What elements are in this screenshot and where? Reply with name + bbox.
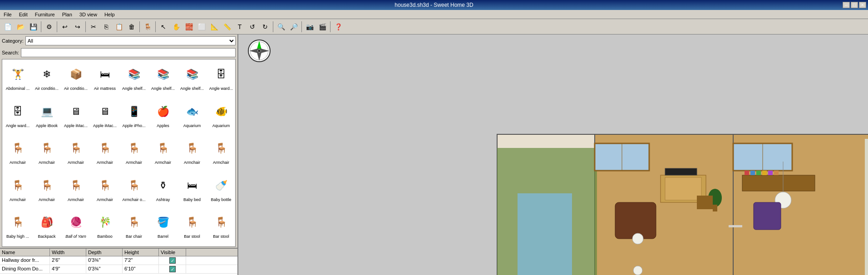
furniture-item-9[interactable]: 💻Apple iBook xyxy=(32,98,61,135)
menu-item-help[interactable]: Help xyxy=(103,11,117,18)
furniture-item-29[interactable]: ⚱Ashtray xyxy=(148,172,178,209)
create-video-button[interactable]: 🎬 xyxy=(316,21,328,33)
furniture-item-15[interactable]: 🐠Aquarium xyxy=(207,98,236,135)
menu-item-edit[interactable]: Edit xyxy=(17,11,30,18)
furniture-item-18[interactable]: 🪑Armchair xyxy=(61,134,90,172)
import-furniture-button[interactable]: 🪑 xyxy=(142,21,153,33)
furniture-item-17[interactable]: 🪑Armchair xyxy=(32,134,61,172)
minimize-button[interactable]: ─ xyxy=(843,2,850,8)
rotate-left-button[interactable]: ↺ xyxy=(247,21,258,33)
furniture-item-26[interactable]: 🪑Armchair xyxy=(61,172,90,209)
create-photo-button[interactable]: 📷 xyxy=(304,21,316,33)
right-panel-3d[interactable]: N xyxy=(238,34,868,275)
menu-item-plan[interactable]: Plan xyxy=(60,11,74,18)
furniture-item-13[interactable]: 🍎Apples xyxy=(148,98,178,135)
props-cell-1: 2'6" xyxy=(50,256,86,265)
furniture-item-4[interactable]: 📚Angle shelf... xyxy=(119,60,148,98)
create-dimensions-button[interactable]: 📏 xyxy=(221,21,233,33)
furniture-thumb-4: 📚 xyxy=(122,63,146,86)
paste-button[interactable]: 📋 xyxy=(113,21,125,33)
furniture-item-25[interactable]: 🪑Armchair xyxy=(32,172,61,209)
furniture-label-15: Aquarium xyxy=(212,123,230,128)
furniture-item-8[interactable]: 🗄Angle ward... xyxy=(3,98,32,135)
furniture-item-1[interactable]: ❄Air conditio... xyxy=(32,60,61,98)
zoom-in-button[interactable]: 🔍 xyxy=(275,21,287,33)
furniture-item-37[interactable]: 🪣Barrel xyxy=(148,208,178,246)
furniture-item-14[interactable]: 🐟Aquarium xyxy=(178,98,207,135)
open-button[interactable]: 📂 xyxy=(15,21,26,33)
furniture-item-35[interactable]: 🎋Bamboo xyxy=(90,208,119,246)
furniture-item-21[interactable]: 🪑Armchair xyxy=(148,134,178,172)
menu-item-3d-view[interactable]: 3D view xyxy=(78,11,99,18)
visible-checkbox[interactable]: ✓ xyxy=(169,257,176,264)
furniture-item-23[interactable]: 🪑Armchair xyxy=(207,134,236,172)
svg-rect-36 xyxy=(754,202,781,230)
furniture-item-2[interactable]: 📦Air conditio... xyxy=(61,60,90,98)
cut-button[interactable]: ✂ xyxy=(88,21,99,33)
furniture-item-31[interactable]: 🍼Baby bottle xyxy=(207,172,236,209)
furniture-thumb-26: 🪑 xyxy=(64,174,88,197)
copy-button[interactable]: ⎘ xyxy=(100,21,112,33)
furniture-item-12[interactable]: 📱Apple iPho... xyxy=(119,98,148,135)
menu-item-furniture[interactable]: Furniture xyxy=(33,11,57,18)
furniture-item-34[interactable]: 🧶Ball of Yarn xyxy=(61,208,90,246)
furniture-item-20[interactable]: 🪑Armchair xyxy=(119,134,148,172)
create-labels-button[interactable]: T xyxy=(234,21,246,33)
furniture-label-5: Angle shelf... xyxy=(151,86,175,91)
furniture-item-16[interactable]: 🪑Armchair xyxy=(3,134,32,172)
help-button[interactable]: ❓ xyxy=(332,21,344,33)
furniture-item-11[interactable]: 🖥Apple iMac... xyxy=(90,98,119,135)
furniture-item-30[interactable]: 🛏Baby bed xyxy=(178,172,207,209)
search-input[interactable] xyxy=(21,48,236,57)
furniture-item-22[interactable]: 🪑Armchair xyxy=(178,134,207,172)
furniture-item-36[interactable]: 🪑Bar chair xyxy=(119,208,148,246)
3d-scene xyxy=(238,34,868,275)
furniture-item-27[interactable]: 🪑Armchair xyxy=(90,172,119,209)
close-button[interactable]: ✕ xyxy=(859,2,866,8)
select-button[interactable]: ↖ xyxy=(158,21,169,33)
pan-button[interactable]: ✋ xyxy=(170,21,182,33)
furniture-item-10[interactable]: 🖥Apple iMac... xyxy=(61,98,90,135)
furniture-item-6[interactable]: 📚Angle shelf... xyxy=(178,60,207,98)
create-rooms-button[interactable]: ⬜ xyxy=(196,21,207,33)
furniture-item-5[interactable]: 📚Angle shelf... xyxy=(148,60,178,98)
furniture-item-32[interactable]: 🪑Baby high ... xyxy=(3,208,32,246)
category-row: Category: All xyxy=(0,34,237,47)
create-walls-button[interactable]: 🧱 xyxy=(183,21,195,33)
redo-button[interactable]: ↪ xyxy=(72,21,84,33)
furniture-item-38[interactable]: 🪑Bar stool xyxy=(178,208,207,246)
preferences-button[interactable]: ⚙ xyxy=(43,21,55,33)
delete-button[interactable]: 🗑 xyxy=(126,21,138,33)
furniture-item-33[interactable]: 🎒Backpack xyxy=(32,208,61,246)
rotate-right-button[interactable]: ↻ xyxy=(259,21,271,33)
save-button[interactable]: 💾 xyxy=(27,21,39,33)
table-row[interactable]: Hallway door fr...2'6"0'3¾"7'2"✓ xyxy=(0,256,237,265)
furniture-thumb-29: ⚱ xyxy=(151,174,175,197)
furniture-item-24[interactable]: 🪑Armchair xyxy=(3,172,32,209)
furniture-label-6: Angle shelf... xyxy=(180,86,204,91)
furniture-thumb-7: 🗄 xyxy=(209,63,233,86)
furniture-label-35: Bamboo xyxy=(97,234,113,239)
furniture-item-19[interactable]: 🪑Armchair xyxy=(90,134,119,172)
props-visible-cell[interactable]: ✓ xyxy=(159,256,186,265)
furniture-item-7[interactable]: 🗄Angle ward... xyxy=(207,60,236,98)
restore-button[interactable]: □ xyxy=(851,2,858,8)
furniture-thumb-16: 🪑 xyxy=(6,137,30,160)
furniture-item-0[interactable]: 🏋Abdominal ... xyxy=(3,60,32,98)
new-button[interactable]: 📄 xyxy=(2,21,14,33)
menu-item-file[interactable]: File xyxy=(2,11,14,18)
create-polylines-button[interactable]: 📐 xyxy=(208,21,220,33)
furniture-item-3[interactable]: 🛏Air mattress xyxy=(90,60,119,98)
category-select[interactable]: All xyxy=(25,36,236,45)
furniture-item-28[interactable]: 🪑Armchair o... xyxy=(119,172,148,209)
visible-checkbox[interactable]: ✓ xyxy=(169,266,176,272)
undo-button[interactable]: ↩ xyxy=(59,21,71,33)
table-row[interactable]: Dining Room Do...4'9"0'3¾"6'10"✓ xyxy=(0,265,237,274)
titlebar-title: house3d.sh3d - Sweet Home 3D xyxy=(395,2,473,8)
furniture-thumb-12: 📱 xyxy=(122,100,146,123)
compass[interactable]: N xyxy=(247,39,271,63)
svg-rect-14 xyxy=(518,193,572,275)
zoom-out-button[interactable]: 🔎 xyxy=(288,21,300,33)
furniture-item-39[interactable]: 🪑Bar stool xyxy=(207,208,236,246)
props-visible-cell[interactable]: ✓ xyxy=(159,265,186,273)
